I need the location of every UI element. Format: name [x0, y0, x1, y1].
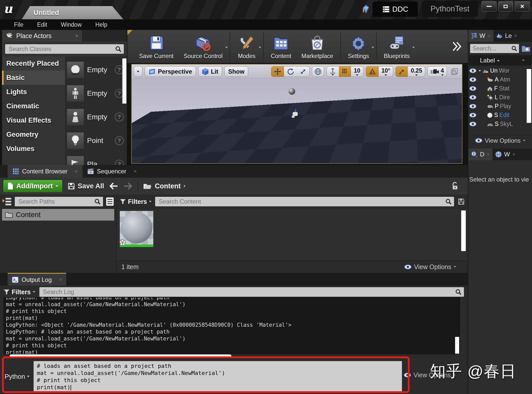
outliner-column-header[interactable]: Label [469, 55, 531, 65]
dropdown-arrow-icon[interactable] [225, 47, 228, 48]
visibility-eye-icon[interactable] [469, 77, 477, 82]
tab-output-log[interactable]: Output Log [8, 273, 66, 286]
grid-snap-value-button[interactable]: 10 [351, 67, 363, 77]
log-output-area[interactable]: LogPython: # loads an asset based on a p… [4, 297, 460, 354]
collapse-sources-button[interactable] [2, 197, 12, 206]
camera-mode-button[interactable]: Perspective [145, 66, 196, 77]
outliner-row-floor[interactable]: F Stat [468, 84, 532, 93]
rotation-snap-toggle[interactable] [366, 67, 379, 77]
marketplace-button[interactable]: Marketplace [296, 32, 338, 61]
add-import-button[interactable]: Add/Import [3, 180, 62, 192]
search-log-input[interactable] [39, 287, 464, 297]
document-tab[interactable]: Untitled [22, 6, 123, 19]
edit-asset-link[interactable]: Edit [499, 112, 509, 119]
save-all-button[interactable]: Save All [68, 182, 104, 190]
category-recently-placed[interactable]: Recently Placed [2, 56, 65, 71]
scale-snap-value-button[interactable]: 0.25 [408, 67, 425, 77]
outliner-row-sky-sphere[interactable]: S Edit [468, 111, 532, 120]
category-volumes[interactable]: Volumes [2, 142, 65, 156]
rotate-tool-button[interactable] [284, 67, 297, 77]
outliner-row-light-source[interactable]: L Dire [468, 93, 532, 102]
tab-content-browser[interactable]: Content Browser [8, 165, 82, 178]
list-item-point-light[interactable]: Point ? [65, 129, 127, 152]
new-folder-button[interactable] [521, 45, 530, 52]
menu-file[interactable]: File [7, 21, 30, 28]
content-view-options[interactable]: View Options [404, 263, 463, 271]
close-tab-icon[interactable] [59, 278, 62, 281]
viewport-options-button[interactable] [134, 66, 142, 77]
save-search-button[interactable] [458, 198, 465, 205]
category-geometry[interactable]: Geometry [2, 127, 65, 142]
asset-newmaterial[interactable] [120, 211, 153, 247]
view-list-button[interactable] [106, 197, 114, 206]
python-command-input[interactable]: # loads an asset based on a project path… [34, 361, 402, 392]
outliner-row-atmospheric-fog[interactable]: A Atm [468, 75, 532, 84]
toolbar-overflow-chevron[interactable] [452, 41, 468, 52]
outliner-view-options[interactable]: View Options [468, 135, 532, 146]
forward-button[interactable] [123, 182, 132, 190]
outliner-row-player-start[interactable]: P Play [468, 102, 532, 111]
outliner-row-sky-light[interactable]: S SkyL [468, 120, 532, 128]
save-current-button[interactable]: Save Current [134, 32, 179, 61]
visibility-eye-icon[interactable] [469, 112, 477, 118]
dropdown-arrow-icon[interactable] [372, 47, 374, 48]
minimize-button[interactable] [482, 1, 496, 11]
place-actors-scrollbar[interactable] [122, 58, 126, 104]
tab-details[interactable]: D [468, 149, 492, 160]
list-item-player-start[interactable]: Pla ? [65, 152, 127, 165]
log-vertical-scrollbar[interactable] [455, 337, 459, 354]
close-tab-icon[interactable] [488, 35, 490, 37]
visibility-eye-icon[interactable] [469, 121, 477, 127]
maximize-viewport-button[interactable] [449, 68, 460, 75]
viewport-help-icon[interactable]: ? [134, 156, 140, 162]
player-start-gizmo[interactable] [292, 109, 299, 119]
list-item-empty-actor[interactable]: Empty ? [65, 58, 127, 81]
modes-button[interactable]: Modes [232, 32, 261, 61]
content-button[interactable]: Content [266, 32, 296, 61]
breadcrumb[interactable]: Content [143, 182, 186, 190]
visibility-eye-icon[interactable] [469, 86, 477, 91]
close-tab-icon[interactable] [75, 34, 78, 37]
source-control-button[interactable]: Source Control [179, 32, 228, 61]
scale-snap-toggle[interactable] [396, 67, 408, 77]
rotation-snap-value-button[interactable]: 10° [379, 67, 393, 77]
search-paths-input[interactable] [14, 196, 103, 207]
menu-edit[interactable]: Edit [30, 21, 54, 28]
search-content-input[interactable] [155, 196, 454, 207]
close-tab-icon[interactable] [134, 170, 136, 173]
visibility-eye-icon[interactable] [469, 68, 477, 73]
close-tab-icon[interactable] [512, 153, 515, 156]
asset-grid-scrollbar[interactable] [461, 210, 466, 251]
close-tab-icon[interactable] [514, 35, 517, 37]
dropdown-arrow-icon[interactable] [259, 47, 261, 48]
filters-button[interactable]: Filters [120, 198, 152, 205]
category-cinematic[interactable]: Cinematic [2, 99, 65, 113]
log-horizontal-scrollbar[interactable] [10, 354, 231, 358]
list-item-empty-character[interactable]: Empty ? [65, 81, 127, 105]
viewport-canvas[interactable]: Z X Y ? [132, 79, 462, 163]
tab-levels[interactable]: Le [493, 30, 520, 42]
category-lights[interactable]: Lights [2, 85, 65, 99]
show-flags-button[interactable]: Show [224, 66, 248, 77]
tab-world-outliner[interactable]: W [468, 30, 493, 42]
back-button[interactable] [109, 182, 118, 190]
category-visual-effects[interactable]: Visual Effects [2, 113, 65, 127]
console-mode-selector[interactable]: Python [4, 373, 34, 381]
world-local-toggle-button[interactable] [312, 66, 324, 77]
camera-speed-button[interactable]: 4 [428, 67, 447, 77]
folder-tree-item-content[interactable]: Content [2, 209, 114, 221]
search-classes-input[interactable] [5, 44, 124, 54]
view-mode-button[interactable]: Lit [198, 66, 222, 77]
translate-tool-button[interactable] [271, 67, 284, 77]
ddc-button[interactable]: DDC [373, 2, 418, 17]
tab-place-actors[interactable]: Place Actors [2, 30, 82, 42]
scale-tool-button[interactable] [297, 67, 309, 77]
visibility-eye-icon[interactable] [469, 104, 477, 109]
dropdown-arrow-icon[interactable] [412, 47, 415, 48]
tab-sequencer[interactable]: Sequencer [82, 165, 141, 178]
settings-button[interactable]: Settings [343, 32, 374, 61]
category-basic[interactable]: Basic [2, 71, 65, 85]
scene-sphere-object[interactable] [289, 88, 295, 95]
tab-world-settings[interactable]: W [492, 149, 518, 160]
blueprints-button[interactable]: Blueprints [379, 32, 415, 61]
